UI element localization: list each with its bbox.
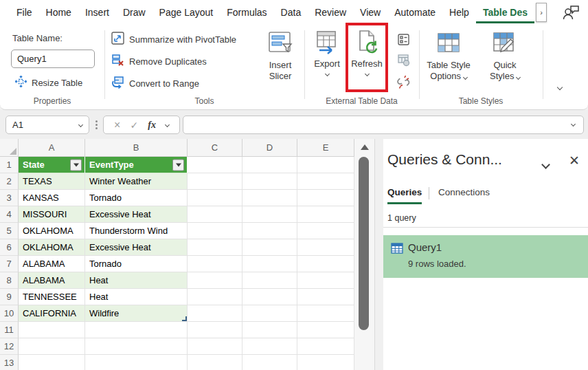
name-box[interactable]: A1 [5,116,89,134]
grid-cell-B2[interactable]: Winter Weather [85,173,188,190]
grid-cell-A12[interactable] [19,338,85,355]
grid-cell-D11[interactable] [242,322,297,338]
menu-tab-formulas[interactable]: Formulas [220,1,273,23]
grid-cell-E12[interactable] [297,338,354,355]
row-header-8[interactable]: 8 [0,272,19,289]
grid-cell-E4[interactable] [297,206,354,223]
grid-cell-E5[interactable] [297,223,354,239]
grid-cell-E6[interactable] [297,239,354,256]
table-header-state[interactable]: State [19,157,85,173]
grid-cell-A5[interactable]: OKLAHOMA [19,223,85,239]
menu-tab-review[interactable]: Review [308,1,353,23]
grid-cell-E7[interactable] [297,256,354,272]
grid-cell-A6[interactable]: OKLAHOMA [19,239,85,256]
open-in-browser-button[interactable] [396,52,411,67]
grid-cell-B9[interactable]: Heat [85,289,188,305]
grid-cell-C10[interactable] [188,305,242,322]
table-name-input[interactable] [11,50,95,68]
grid-cell-C7[interactable] [188,256,242,272]
row-header-6[interactable]: 6 [0,239,19,256]
filter-dropdown-state[interactable] [70,159,82,171]
table-header-eventtype[interactable]: EventType [85,157,188,173]
export-button[interactable]: Export [308,29,346,76]
grid-cell-B10[interactable]: Wildfire [85,305,188,322]
more-dots-icon[interactable] [95,119,98,131]
grid-cell-D13[interactable] [242,355,297,370]
grid-cell-D5[interactable] [242,223,297,239]
grid-cell-B5[interactable]: Thunderstorm Wind [85,223,188,239]
grid-cell-E11[interactable] [297,322,354,338]
column-header-B[interactable]: B [85,139,188,157]
data-range-properties-button[interactable] [396,32,411,47]
grid-cell-D12[interactable] [242,338,297,355]
grid-cell-E13[interactable] [297,355,354,370]
menu-tab-home[interactable]: Home [39,1,78,23]
grid-cell-B8[interactable]: Heat [85,272,188,289]
resize-table-button[interactable]: Resize Table [15,76,82,89]
grid-cell-E2[interactable] [297,173,354,190]
row-header-10[interactable]: 10 [0,305,19,322]
table-resize-handle[interactable] [182,316,187,321]
grid-cell-C13[interactable] [188,355,242,370]
grid-cell-A2[interactable]: TEXAS [19,173,85,190]
grid-cell-B13[interactable] [85,355,188,370]
grid-cell-A4[interactable]: MISSOURI [19,206,85,223]
filter-dropdown-eventtype[interactable] [172,159,184,171]
grid-cell-A13[interactable] [19,355,85,370]
row-header-13[interactable]: 13 [0,355,19,370]
grid-cell-D9[interactable] [242,289,297,305]
grid-cell-C9[interactable] [188,289,242,305]
menu-tab-insert[interactable]: Insert [78,1,116,23]
vertical-scrollbar[interactable] [354,139,374,370]
grid-cell-E10[interactable] [297,305,354,322]
select-all-button[interactable] [0,139,19,157]
person-callout-icon[interactable] [562,4,580,21]
grid-cell-A3[interactable]: KANSAS [19,190,85,206]
column-header-E[interactable]: E [297,139,354,157]
menu-tab-data[interactable]: Data [274,1,308,23]
grid-cell-C4[interactable] [188,206,242,223]
summarize-pivottable-button[interactable]: Summarize with PivotTable [111,32,236,47]
grid-cell-D7[interactable] [242,256,297,272]
confirm-icon[interactable]: ✓ [130,120,138,131]
grid-cell-D4[interactable] [242,206,297,223]
grid-cell-B12[interactable] [85,338,188,355]
grid-cell-E1[interactable] [297,157,354,173]
unlink-button[interactable] [396,74,411,89]
scroll-up-icon[interactable] [361,144,369,150]
panel-close-icon[interactable]: ✕ [569,153,580,168]
row-header-11[interactable]: 11 [0,322,19,338]
grid-cell-A11[interactable] [19,322,85,338]
grid-cell-D1[interactable] [242,157,297,173]
table-style-options-button[interactable]: Table Style Options [420,29,477,82]
tab-connections[interactable]: Connections [438,187,490,197]
grid-cell-B6[interactable]: Excessive Heat [85,239,188,256]
menu-tab-help[interactable]: Help [442,1,476,23]
row-header-4[interactable]: 4 [0,206,19,223]
grid-cell-D10[interactable] [242,305,297,322]
formula-input[interactable] [183,116,584,134]
column-header-D[interactable]: D [242,139,297,157]
row-header-9[interactable]: 9 [0,289,19,305]
grid-cell-C11[interactable] [188,322,242,338]
grid-cell-C6[interactable] [188,239,242,256]
grid-cell-A8[interactable]: ALABAMA [19,272,85,289]
menu-tab-draw[interactable]: Draw [116,1,152,23]
grid-cell-B4[interactable]: Excessive Heat [85,206,188,223]
scrollbar-thumb[interactable] [359,157,369,330]
column-header-C[interactable]: C [188,139,242,157]
grid-cell-D3[interactable] [242,190,297,206]
collapse-ribbon-chevron[interactable] [557,85,563,90]
grid-cell-C5[interactable] [188,223,242,239]
grid-cell-A9[interactable]: TENNESSEE [19,289,85,305]
row-header-1[interactable]: 1 [0,157,19,173]
row-header-2[interactable]: 2 [0,173,19,190]
row-header-5[interactable]: 5 [0,223,19,239]
grid-cell-C2[interactable] [188,173,242,190]
row-header-7[interactable]: 7 [0,256,19,272]
convert-to-range-button[interactable]: Convert to Range [111,76,199,91]
grid-cell-C1[interactable] [188,157,242,173]
grid-cell-B11[interactable] [85,322,188,338]
menu-tab-view[interactable]: View [353,1,387,23]
menu-tab-page-layout[interactable]: Page Layout [152,1,220,23]
